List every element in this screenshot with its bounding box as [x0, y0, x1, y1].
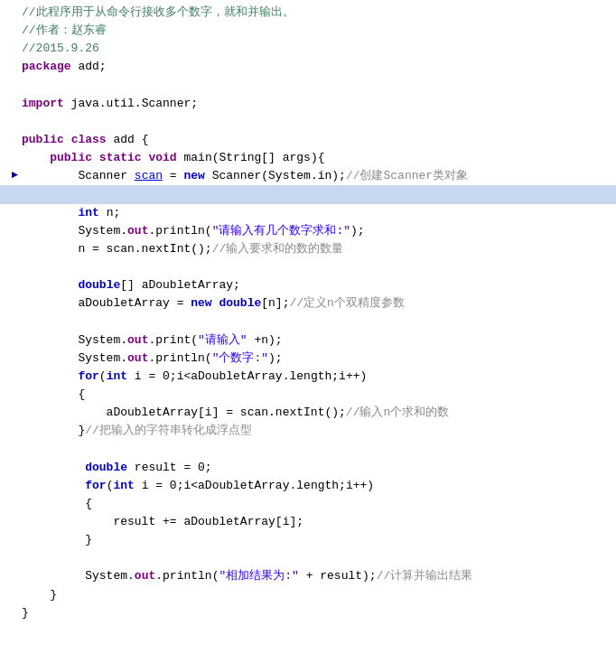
token-normal: main(String[] args){ [177, 151, 325, 164]
token-normal [92, 151, 99, 164]
token-normal: aDoubletArray = [22, 296, 191, 310]
code-line: double result = 0; [0, 459, 616, 477]
token-normal: i = 0;i<aDoubletArray.length;i++) [127, 369, 367, 383]
code-line: //此程序用于从命令行接收多个数字，就和并输出。 [0, 4, 616, 22]
token-kw: class [71, 133, 107, 146]
token-normal: result += aDoubletArray[i]; [22, 515, 303, 528]
token-kw: public [22, 133, 64, 146]
code-line: System.out.println("相加结果为:" + result);//… [0, 567, 616, 585]
code-line: //2015.9.26 [0, 40, 616, 58]
line-content [22, 549, 611, 567]
code-line: n = scan.nextInt();//输入要求和的数的数量 [0, 240, 616, 258]
token-kw: static [99, 151, 142, 164]
line-content [22, 113, 611, 131]
line-content: public class add { [22, 131, 611, 149]
token-kw-blue: for [85, 479, 106, 492]
token-normal [22, 278, 78, 292]
token-normal: [n]; [261, 296, 289, 310]
token-normal: result = 0; [127, 461, 212, 474]
line-content [22, 77, 611, 95]
code-line: result += aDoubletArray[i]; [0, 513, 616, 531]
token-comment-gray: //定义n个双精度参数 [289, 296, 404, 310]
line-content [22, 185, 611, 203]
token-comment: //此程序用于从命令行接收多个数字，就和并输出。 [22, 5, 294, 19]
token-normal: } [22, 424, 85, 437]
code-line [0, 113, 616, 131]
token-normal: n = scan.nextInt(); [22, 242, 212, 256]
token-normal: .print( [148, 333, 198, 347]
code-line [0, 185, 616, 203]
line-content: for(int i = 0;i<aDoubletArray.length;i++… [22, 368, 611, 386]
code-line: for(int i = 0;i<aDoubletArray.length;i++… [0, 477, 616, 495]
line-content: System.out.println("相加结果为:" + result);//… [22, 567, 611, 585]
token-normal: System. [22, 351, 127, 365]
token-normal: { [22, 497, 92, 510]
token-normal [22, 151, 50, 164]
token-kw-blue: int [107, 369, 127, 383]
code-line [0, 440, 616, 458]
code-line: } [0, 586, 616, 604]
token-string: "个数字:" [212, 351, 268, 365]
token-normal: ); [350, 224, 365, 238]
token-kw: out [127, 333, 148, 347]
line-content: public static void main(String[] args){ [22, 149, 611, 167]
code-line: double[] aDoubletArray; [0, 276, 616, 294]
code-line: aDoubletArray = new double[n];//定义n个双精度参… [0, 294, 616, 313]
token-normal: [] aDoubletArray; [120, 278, 240, 292]
token-comment-gray: //输入n个求和的数 [346, 406, 449, 419]
token-normal: add { [107, 133, 149, 146]
code-line: import java.util.Scanner; [0, 95, 616, 113]
line-content: { [22, 495, 611, 513]
token-kw: void [148, 151, 176, 164]
line-content: } [22, 604, 611, 622]
code-line: public class add { [0, 131, 616, 149]
code-line: System.out.println("个数字:"); [0, 350, 616, 368]
line-content: aDoubletArray = new double[n];//定义n个双精度参… [22, 294, 611, 313]
code-line: package add; [0, 58, 616, 76]
line-content: System.out.print("请输入" +n); [22, 331, 611, 350]
code-line: public static void main(String[] args){ [0, 149, 616, 167]
line-content: int n; [22, 204, 611, 222]
token-normal: } [22, 606, 29, 620]
token-kw-blue: new [183, 169, 204, 182]
token-underline-blue: scan [135, 169, 163, 182]
token-string: "相加结果为:" [219, 569, 298, 583]
token-normal: ( [99, 369, 107, 383]
token-string: "请输入有几个数字求和:" [212, 224, 350, 238]
code-line: System.out.print("请输入" +n); [0, 331, 616, 350]
token-kw-blue: double [85, 461, 127, 474]
line-content: } [22, 531, 611, 549]
token-kw-blue: int [78, 206, 98, 219]
code-line: int n; [0, 204, 616, 222]
line-content: package add; [22, 58, 611, 76]
token-normal: } [22, 533, 92, 546]
code-line: { [0, 386, 616, 404]
code-line: //作者：赵东睿 [0, 22, 616, 40]
line-content: } [22, 586, 611, 604]
line-content: { [22, 386, 611, 404]
line-content: aDoubletArray[i] = scan.nextInt();//输入n个… [22, 404, 611, 422]
token-normal: add; [71, 60, 107, 73]
token-kw: package [22, 60, 71, 73]
code-line: for(int i = 0;i<aDoubletArray.length;i++… [0, 368, 616, 386]
code-editor: //此程序用于从命令行接收多个数字，就和并输出。//作者：赵东睿//2015.9… [0, 0, 616, 626]
token-comment-gray: //创建Scanner类对象 [346, 169, 468, 182]
token-normal: aDoubletArray[i] = scan.nextInt(); [22, 406, 346, 419]
token-normal: i = 0;i<aDoubletArray.length;i++) [135, 479, 374, 492]
code-line: }//把输入的字符串转化成浮点型 [0, 422, 616, 440]
token-normal: = [163, 169, 183, 182]
token-comment: //作者：赵东睿 [22, 23, 107, 37]
token-normal: +n); [247, 333, 283, 347]
line-content [22, 440, 611, 458]
token-normal: n; [99, 206, 120, 219]
token-normal [22, 369, 78, 383]
line-content: System.out.println("个数字:"); [22, 350, 611, 368]
token-normal: Scanner(System.in); [205, 169, 346, 182]
token-kw: import [22, 97, 64, 110]
line-content: Scanner scan = new Scanner(System.in);//… [22, 167, 611, 185]
token-kw: out [135, 569, 155, 583]
token-normal: } [22, 588, 57, 602]
token-normal: { [22, 387, 85, 401]
line-content: }//把输入的字符串转化成浮点型 [22, 422, 611, 440]
token-normal: + result); [299, 569, 377, 583]
